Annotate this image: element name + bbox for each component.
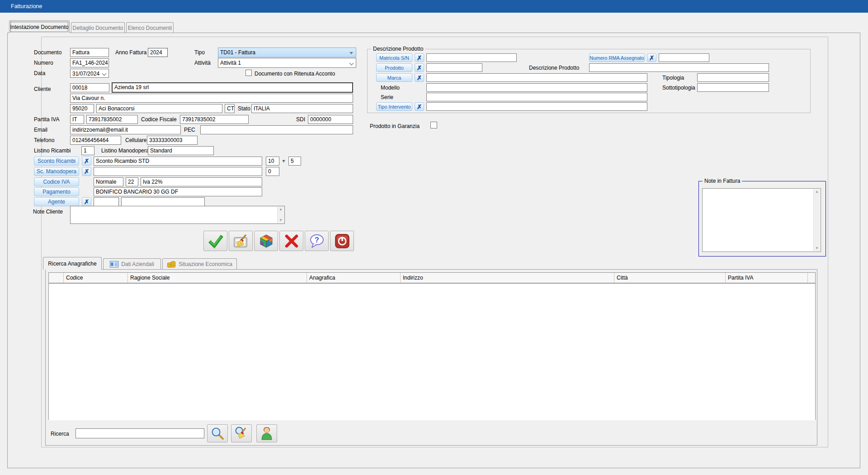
agente-codice-field[interactable] — [94, 197, 119, 206]
scroll-down-icon[interactable]: ▼ — [279, 218, 283, 222]
pagamento-field[interactable]: BONIFICO BANCARIO 30 GG DF — [94, 187, 262, 196]
sconto-ricambi-button[interactable]: Sconto Ricambi — [34, 157, 79, 166]
clear-sconto-ricambi-icon[interactable]: ✗ — [82, 157, 91, 166]
matricola-sn-button[interactable]: Matricola S/N — [376, 53, 412, 62]
clean-button[interactable] — [229, 231, 253, 251]
listino-manodopera-field[interactable]: Standard — [148, 146, 214, 155]
tab-intestazione-documento[interactable]: Intestazione Documento — [9, 20, 70, 33]
scroll-down-icon[interactable]: ▼ — [815, 247, 819, 250]
cliente-codice-field[interactable]: 00018 — [70, 83, 109, 92]
scrollbar[interactable]: ▲▼ — [277, 207, 284, 223]
col-header-citta[interactable]: Città — [614, 273, 726, 283]
pec-field[interactable] — [200, 125, 353, 134]
clear-tipo-intervento-icon[interactable]: ✗ — [415, 102, 424, 111]
iva-desc-field[interactable]: Iva 22% — [141, 177, 262, 186]
modello-label: Modello — [381, 85, 400, 91]
col-header-partita-iva[interactable]: Partita IVA — [726, 273, 808, 283]
note-cliente-textarea[interactable]: ▲▼ — [70, 206, 285, 224]
scrollbar[interactable]: ▲▼ — [813, 189, 820, 251]
email-field[interactable]: indirizzoemail@email.it — [70, 125, 181, 134]
sc-manodopera-button[interactable]: Sc. Manodopera — [34, 167, 79, 176]
documento-field[interactable]: Fattura — [70, 48, 109, 57]
descrizione-prodotto-field[interactable] — [589, 63, 769, 72]
help-button[interactable]: ? — [305, 231, 329, 251]
sconto2-field[interactable]: 5 — [288, 157, 301, 166]
listino-ricambi-field[interactable]: 1 — [81, 146, 94, 155]
numero-rma-button[interactable]: Numero RMA Assegnato — [589, 53, 645, 62]
sottotipologia-field[interactable] — [697, 83, 769, 92]
anno-fattura-label: Anno Fattura — [115, 49, 146, 56]
telefono-field[interactable]: 012456456464 — [70, 136, 121, 145]
ricerca-input[interactable] — [75, 428, 204, 438]
col-header-indirizzo[interactable]: Indirizzo — [401, 273, 614, 283]
prodotto-button[interactable]: Prodotto — [376, 63, 412, 72]
tab-situazione-economica[interactable]: Situazione Economica — [162, 258, 237, 270]
cliente-ragione-sociale-field[interactable]: Azienda 19 srl — [112, 82, 353, 93]
exit-button[interactable] — [330, 231, 354, 251]
table-body-empty[interactable] — [49, 284, 815, 420]
serie-field[interactable] — [426, 93, 647, 101]
note-fattura-textarea[interactable]: ▲▼ — [702, 188, 821, 252]
numero-field[interactable]: FA1_146-2024 — [70, 58, 109, 67]
clear-rma-icon[interactable]: ✗ — [647, 53, 656, 62]
cliente-indirizzo-field[interactable]: Via Cavour n. — [70, 94, 353, 103]
clear-marca-icon[interactable]: ✗ — [415, 73, 424, 82]
col-header-codice[interactable]: Codice — [64, 273, 128, 283]
rma-field[interactable] — [659, 53, 709, 62]
sdi-field[interactable]: 0000000 — [308, 115, 353, 124]
sconto-ricambi-desc-field[interactable]: Sconto Ricambio STD — [94, 157, 262, 166]
tab-dettaglio-documento[interactable]: Dettaglio Documento — [71, 22, 125, 33]
col-header-anagrafica[interactable]: Anagrafica — [307, 273, 401, 283]
attivita-combobox[interactable]: Attività 1 — [218, 58, 356, 68]
anno-fattura-field[interactable]: 2024 — [148, 48, 168, 57]
pagamento-button[interactable]: Pagamento — [34, 187, 79, 196]
ritenuta-checkbox[interactable] — [245, 70, 252, 76]
cliente-cap-field[interactable]: 95020 — [70, 104, 94, 113]
agente-nome-field[interactable] — [121, 197, 205, 206]
cellulare-field[interactable]: 33333300003 — [147, 136, 198, 145]
cube-button[interactable] — [254, 231, 278, 251]
tipo-combobox[interactable]: TD01 - Fattura — [218, 48, 356, 57]
confirm-button[interactable] — [203, 231, 227, 251]
tab-dati-aziendali[interactable]: Dati Aziendali — [103, 258, 161, 270]
tab-ricerca-anagrafiche[interactable]: Ricerca Anagrafiche — [43, 257, 102, 270]
iva-tipo-field[interactable]: Normale — [94, 177, 123, 186]
cliente-citta-field[interactable]: Aci Bonaccorsi — [96, 104, 222, 113]
codice-iva-button[interactable]: Codice IVA — [34, 177, 79, 186]
tipo-intervento-button[interactable]: Tipo Intervento — [376, 102, 412, 111]
search-button[interactable] — [207, 424, 228, 442]
codice-fiscale-field[interactable]: 73917835002 — [180, 115, 249, 124]
marca-field[interactable] — [426, 73, 647, 82]
title-bar: Fatturazione — [0, 0, 868, 13]
clear-sc-manodopera-icon[interactable]: ✗ — [82, 167, 91, 176]
scroll-up-icon[interactable]: ▲ — [279, 208, 283, 211]
agente-button[interactable]: Agente — [34, 197, 79, 206]
clear-prodotto-icon[interactable]: ✗ — [415, 63, 424, 72]
marca-button[interactable]: Marca — [376, 73, 412, 82]
data-field[interactable]: 31/07/2024 — [70, 69, 109, 78]
sc-manodopera-val-field[interactable]: 0 — [266, 167, 279, 176]
sc-manodopera-desc-field[interactable] — [94, 167, 262, 176]
tipo-intervento-field[interactable] — [426, 102, 647, 111]
tipologia-field[interactable] — [697, 73, 769, 82]
clear-search-button[interactable] — [231, 424, 252, 442]
cliente-provincia-field[interactable]: CT — [225, 104, 235, 113]
clear-matricola-icon[interactable]: ✗ — [415, 53, 424, 62]
delete-button[interactable] — [279, 231, 303, 251]
help-icon: ? — [309, 233, 325, 249]
anagrafiche-table[interactable]: Codice Ragione Sociale Anagrafica Indiri… — [48, 272, 816, 420]
scroll-up-icon[interactable]: ▲ — [815, 190, 819, 194]
iva-perc-field[interactable]: 22 — [126, 177, 138, 186]
select-person-button[interactable] — [256, 424, 277, 442]
modello-field[interactable] — [426, 83, 647, 92]
stato-field[interactable]: ITALIA — [251, 104, 353, 113]
col-header-ragione-sociale[interactable]: Ragione Sociale — [128, 273, 307, 283]
sconto1-field[interactable]: 10 — [266, 157, 279, 166]
garanzia-checkbox[interactable] — [430, 122, 437, 128]
piva-prefix-field[interactable]: IT — [70, 115, 84, 124]
tab-elenco-documenti[interactable]: Elenco Documenti — [126, 22, 174, 33]
piva-field[interactable]: 73917835002 — [86, 115, 138, 124]
matricola-field[interactable] — [426, 53, 517, 62]
clear-agente-icon[interactable]: ✗ — [82, 197, 91, 206]
prodotto-field[interactable] — [426, 63, 482, 72]
